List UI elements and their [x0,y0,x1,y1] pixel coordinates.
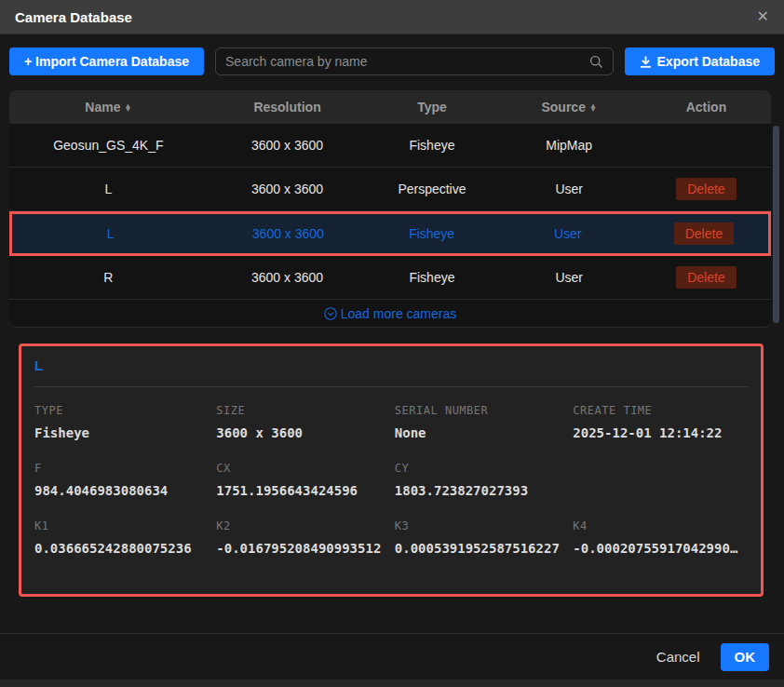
delete-button[interactable]: Delete [674,222,734,245]
camera-table: Name▲▼ Resolution Type Source▲▼ Action G… [9,90,771,328]
toolbar: + Import Camera Database Export Database [0,34,784,90]
detail-field-cy: CY 1803.723827027393 [395,462,574,498]
cell-name: L [9,182,208,196]
detail-field-f: F 984.4046983080634 [34,462,216,498]
column-header-resolution: Resolution [208,100,368,114]
download-icon [640,56,652,68]
background-app-strip [0,680,784,687]
detail-field-cx: CX 1751.1956643424596 [216,462,395,498]
delete-button[interactable]: Delete [676,266,736,289]
detail-field-serial-number: SERIAL NUMBER None [395,404,574,440]
search-input[interactable] [225,54,588,69]
column-header-action: Action [642,100,771,114]
cancel-button[interactable]: Cancel [656,649,700,665]
cell-name: L [12,226,209,241]
cell-type: Fisheye [367,138,496,153]
dialog-footer: Cancel OK [0,633,784,680]
search-box[interactable] [215,47,613,75]
cell-action: Delete [640,222,768,245]
cell-type: Fisheye [368,226,496,241]
vertical-scrollbar[interactable] [773,126,779,323]
table-row-selected[interactable]: L 3600 x 3600 Fisheye User Delete [9,211,771,256]
import-button-label: + Import Camera Database [24,54,189,69]
load-more-label: Load more cameras [341,306,457,321]
detail-field-k2: K2 -0.016795208490993512 [216,519,395,556]
details-title: L [34,357,748,387]
sort-icon[interactable]: ▲▼ [124,104,131,113]
table-row[interactable]: R 3600 x 3600 Fisheye User Delete [9,256,771,300]
cell-name: Geosun_GS_4K_F [9,138,208,153]
cell-source: MipMap [496,138,641,153]
export-database-button[interactable]: Export Database [625,47,775,75]
camera-details-panel: L TYPE Fisheye SIZE 3600 x 3600 SERIAL N… [19,344,764,597]
cell-source: User [496,226,640,241]
detail-field-k1: K1 0.036665242880075236 [34,519,216,556]
cell-action: Delete [642,178,771,200]
column-header-source[interactable]: Source▲▼ [496,100,641,114]
cell-action: Delete [642,266,771,289]
detail-field-create-time: CREATE TIME 2025-12-01 12:14:22 [573,404,748,440]
ok-button[interactable]: OK [721,643,770,671]
detail-field-type: TYPE Fisheye [34,404,216,440]
dialog-title: Camera Database [15,9,132,25]
cell-name: R [9,270,208,285]
cell-resolution: 3600 x 3600 [208,182,368,196]
import-camera-database-button[interactable]: + Import Camera Database [9,47,204,75]
cell-type: Fisheye [367,270,496,285]
cell-source: User [496,182,641,196]
chevron-down-circle-icon [324,307,337,320]
sort-icon[interactable]: ▲▼ [589,104,597,113]
dialog-titlebar: Camera Database ✕ [0,0,784,34]
search-icon [589,55,603,69]
cell-resolution: 3600 x 3600 [208,138,368,153]
export-button-label: Export Database [657,54,760,69]
cell-resolution: 3600 x 3600 [208,270,368,285]
cell-resolution: 3600 x 3600 [209,226,368,241]
cell-type: Perspective [367,182,496,196]
column-header-type: Type [367,100,496,114]
column-header-name[interactable]: Name▲▼ [9,100,208,114]
cell-source: User [496,270,641,285]
detail-field-k3: K3 0.0005391952587516227 [395,519,574,556]
detail-field-k4: K4 -0.00020755917042990… [573,519,748,556]
table-row[interactable]: L 3600 x 3600 Perspective User Delete [9,168,771,211]
table-header-row: Name▲▼ Resolution Type Source▲▼ Action [9,90,771,124]
load-more-cameras-link[interactable]: Load more cameras [9,300,771,328]
close-icon[interactable]: ✕ [757,9,769,24]
detail-field-size: SIZE 3600 x 3600 [216,404,395,440]
table-row[interactable]: Geosun_GS_4K_F 3600 x 3600 Fisheye MipMa… [9,124,771,168]
delete-button[interactable]: Delete [676,178,736,200]
details-grid: TYPE Fisheye SIZE 3600 x 3600 SERIAL NUM… [34,404,748,577]
